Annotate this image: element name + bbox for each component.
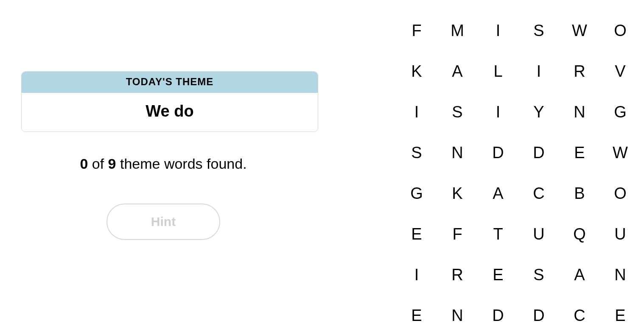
letter-cell[interactable]: K xyxy=(437,173,478,214)
board-panel: FMISWOKALIRVISIYNGSNDDEWGKACBOEFTUQUIRES… xyxy=(327,0,644,329)
progress-found: 0 xyxy=(80,156,88,172)
letter-cell[interactable]: K xyxy=(396,51,437,92)
letter-cell[interactable]: A xyxy=(559,254,600,295)
letter-cell[interactable]: B xyxy=(559,173,600,214)
letter-cell[interactable]: E xyxy=(600,295,641,329)
progress-of: of xyxy=(88,156,108,172)
letter-cell[interactable]: G xyxy=(600,92,641,132)
letter-cell[interactable]: O xyxy=(600,10,641,51)
hint-button[interactable]: Hint xyxy=(106,204,220,240)
letter-grid[interactable]: FMISWOKALIRVISIYNGSNDDEWGKACBOEFTUQUIRES… xyxy=(396,10,644,329)
letter-cell[interactable]: E xyxy=(478,254,518,295)
letter-cell[interactable]: S xyxy=(437,92,478,132)
letter-cell[interactable]: Y xyxy=(518,92,559,132)
letter-cell[interactable]: I xyxy=(478,92,518,132)
info-panel: TODAY'S THEME We do 0 of 9 theme words f… xyxy=(0,0,327,329)
letter-cell[interactable]: E xyxy=(396,214,437,254)
theme-header-label: TODAY'S THEME xyxy=(22,72,318,93)
letter-cell[interactable]: A xyxy=(437,51,478,92)
letter-cell[interactable]: R xyxy=(559,51,600,92)
letter-cell[interactable]: F xyxy=(437,214,478,254)
letter-cell[interactable]: C xyxy=(518,173,559,214)
letter-cell[interactable]: W xyxy=(600,132,641,173)
progress-text: 0 of 9 theme words found. xyxy=(80,156,246,172)
letter-cell[interactable]: A xyxy=(478,173,518,214)
letter-cell[interactable]: M xyxy=(437,10,478,51)
letter-cell[interactable]: Q xyxy=(559,214,600,254)
letter-cell[interactable]: D xyxy=(478,295,518,329)
letter-cell[interactable]: C xyxy=(559,295,600,329)
progress-total: 9 xyxy=(108,156,116,172)
theme-card: TODAY'S THEME We do xyxy=(21,71,318,132)
theme-value: We do xyxy=(22,93,318,131)
letter-cell[interactable]: T xyxy=(478,214,518,254)
letter-cell[interactable]: D xyxy=(518,295,559,329)
letter-cell[interactable]: I xyxy=(478,10,518,51)
letter-cell[interactable]: S xyxy=(518,254,559,295)
letter-cell[interactable]: I xyxy=(518,51,559,92)
letter-cell[interactable]: I xyxy=(396,254,437,295)
letter-cell[interactable]: N xyxy=(559,92,600,132)
letter-cell[interactable]: S xyxy=(396,132,437,173)
letter-cell[interactable]: R xyxy=(437,254,478,295)
progress-tail: theme words found. xyxy=(116,156,247,172)
letter-cell[interactable]: S xyxy=(518,10,559,51)
letter-cell[interactable]: G xyxy=(396,173,437,214)
letter-cell[interactable]: I xyxy=(396,92,437,132)
letter-cell[interactable]: L xyxy=(478,51,518,92)
letter-cell[interactable]: D xyxy=(518,132,559,173)
letter-cell[interactable]: W xyxy=(559,10,600,51)
letter-cell[interactable]: D xyxy=(478,132,518,173)
letter-cell[interactable]: N xyxy=(600,254,641,295)
letter-cell[interactable]: E xyxy=(396,295,437,329)
letter-cell[interactable]: E xyxy=(559,132,600,173)
letter-cell[interactable]: N xyxy=(437,132,478,173)
letter-cell[interactable]: U xyxy=(600,214,641,254)
letter-cell[interactable]: V xyxy=(600,51,641,92)
letter-cell[interactable]: F xyxy=(396,10,437,51)
letter-cell[interactable]: N xyxy=(437,295,478,329)
letter-cell[interactable]: O xyxy=(600,173,641,214)
letter-cell[interactable]: U xyxy=(518,214,559,254)
